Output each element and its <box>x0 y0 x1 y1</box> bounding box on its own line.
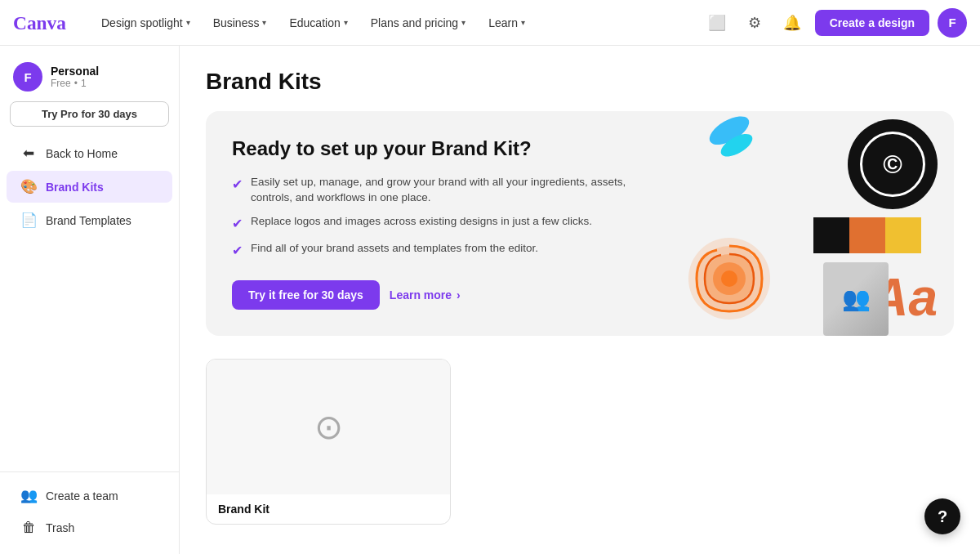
photo-placeholder: 👥 <box>823 262 889 336</box>
create-design-button[interactable]: Create a design <box>815 10 929 36</box>
arrow-right-icon: › <box>457 288 461 302</box>
promo-check-1: ✔ Easily set up, manage, and grow your b… <box>232 175 634 206</box>
swatch-yellow <box>885 217 921 253</box>
try-pro-button[interactable]: Try Pro for 30 days <box>10 101 169 127</box>
layout: F Personal Free • 1 Try Pro for 30 days … <box>0 46 980 554</box>
check-icon: ✔ <box>232 242 243 260</box>
promo-actions: Try it free for 30 days Learn more › <box>232 280 634 310</box>
topnav-links: Design spotlight ▾ Business ▾ Education … <box>91 11 702 34</box>
chevron-down-icon: ▾ <box>461 18 466 27</box>
sidebar-item-label: Trash <box>46 521 74 534</box>
sidebar-profile: F Personal Free • 1 <box>0 56 179 101</box>
logo[interactable]: Canva <box>13 11 72 34</box>
sidebar-item-brand-templates[interactable]: 📄 Brand Templates <box>7 204 172 236</box>
chevron-down-icon: ▾ <box>262 18 266 27</box>
cyan-shape <box>693 115 766 168</box>
orange-spiral-shape <box>684 234 774 324</box>
brand-kits-icon: 🎨 <box>20 178 38 195</box>
topnav-design-spotlight[interactable]: Design spotlight ▾ <box>91 11 200 34</box>
promo-check-2: ✔ Replace logos and images across existi… <box>232 214 634 233</box>
promo-title: Ready to set up your Brand Kit? <box>232 137 634 160</box>
topnav-business[interactable]: Business ▾ <box>203 11 277 34</box>
chevron-down-icon: ▾ <box>344 18 348 27</box>
topnav-right: ⬜ ⚙ 🔔 Create a design F <box>702 8 967 38</box>
back-icon: ⬅ <box>20 145 38 162</box>
sidebar-profile-info: Personal Free • 1 <box>51 65 99 89</box>
sidebar-item-brand-kits[interactable]: 🎨 Brand Kits <box>7 171 172 203</box>
color-swatches <box>813 217 921 253</box>
sidebar-item-label: Back to Home <box>46 147 118 160</box>
help-button[interactable]: ? <box>924 498 960 534</box>
check-icon: ✔ <box>232 215 243 233</box>
trash-icon: 🗑 <box>20 520 38 536</box>
brand-kit-card[interactable]: ⊙ Brand Kit <box>206 359 451 525</box>
promo-banner: Ready to set up your Brand Kit? ✔ Easily… <box>206 111 954 336</box>
sidebar: F Personal Free • 1 Try Pro for 30 days … <box>0 46 180 554</box>
sidebar-item-label: Brand Templates <box>46 214 131 227</box>
chevron-down-icon: ▾ <box>521 18 525 27</box>
main-content: Brand Kits Ready to set up your Brand Ki… <box>180 46 980 554</box>
brand-kit-placeholder-icon: ⊙ <box>314 407 343 447</box>
swatch-black <box>813 217 849 253</box>
brand-kit-card-image: ⊙ <box>207 360 450 494</box>
topnav-education[interactable]: Education ▾ <box>279 11 357 34</box>
check-icon: ✔ <box>232 176 243 194</box>
user-avatar[interactable]: F <box>938 8 967 38</box>
black-circle-shape: © <box>848 119 938 209</box>
brand-kit-label: Brand Kit <box>207 494 450 524</box>
try-free-button[interactable]: Try it free for 30 days <box>232 280 380 310</box>
promo-images: © <box>660 111 954 336</box>
sidebar-item-create-team[interactable]: 👥 Create a team <box>7 480 172 512</box>
sidebar-item-back-to-home[interactable]: ⬅ Back to Home <box>7 137 172 169</box>
team-icon: 👥 <box>20 487 38 504</box>
sidebar-profile-name: Personal <box>51 65 99 78</box>
sidebar-bottom: 👥 Create a team 🗑 Trash <box>0 471 179 544</box>
monitor-icon-btn[interactable]: ⬜ <box>702 8 732 38</box>
topnav-learn[interactable]: Learn ▾ <box>479 11 535 34</box>
learn-more-link[interactable]: Learn more › <box>390 288 461 302</box>
sidebar-item-label: Brand Kits <box>46 181 104 194</box>
sidebar-avatar: F <box>13 62 42 92</box>
notifications-icon-btn[interactable]: 🔔 <box>777 8 807 38</box>
swatch-orange <box>849 217 885 253</box>
sidebar-item-label: Create a team <box>46 489 118 503</box>
chevron-down-icon: ▾ <box>186 18 190 27</box>
svg-point-7 <box>721 270 737 287</box>
sidebar-item-trash[interactable]: 🗑 Trash <box>7 512 172 543</box>
settings-icon-btn[interactable]: ⚙ <box>740 8 769 38</box>
topnav-plans-pricing[interactable]: Plans and pricing ▾ <box>361 11 475 34</box>
promo-check-3: ✔ Find all of your brand assets and temp… <box>232 241 634 260</box>
brand-templates-icon: 📄 <box>20 212 38 229</box>
topnav: Canva Design spotlight ▾ Business ▾ Educ… <box>0 0 980 46</box>
copyright-icon: © <box>860 132 925 197</box>
page-title: Brand Kits <box>206 69 954 95</box>
sidebar-profile-sub: Free • 1 <box>51 78 99 89</box>
svg-text:Canva: Canva <box>13 12 66 34</box>
promo-content: Ready to set up your Brand Kit? ✔ Easily… <box>206 111 660 336</box>
promo-checklist: ✔ Easily set up, manage, and grow your b… <box>232 175 634 261</box>
